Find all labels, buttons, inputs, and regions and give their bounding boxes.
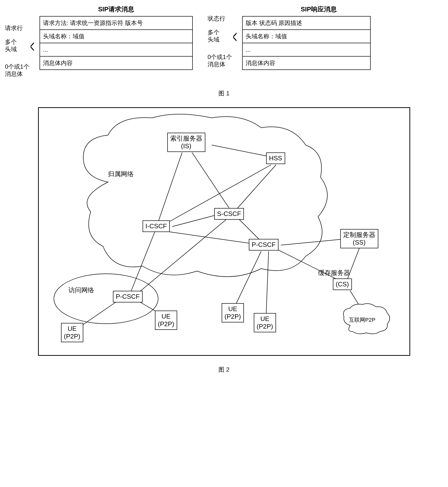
- figure-1-caption: 图 1: [5, 89, 443, 97]
- node-pcscf-visited: P-CSCF: [113, 291, 143, 302]
- visited-network-label: 访问网络: [68, 286, 94, 295]
- node-icscf: I-CSCF: [143, 220, 170, 232]
- node-ue1: UE (P2P): [61, 323, 83, 342]
- node-ss: 定制服务器 (SS): [340, 229, 378, 248]
- sip-request-block: SIP请求消息 请求行 < 多个 头域 0个或1个 消息体 SIP请求消息 请求…: [5, 5, 193, 77]
- bracket-icon: <: [233, 26, 237, 47]
- figure-1: SIP请求消息 请求行 < 多个 头域 0个或1个 消息体 SIP请求消息 请求…: [5, 5, 443, 77]
- status-line-label: 状态行: [208, 15, 242, 29]
- node-ue2: UE (P2P): [155, 311, 177, 330]
- figure-2: 归属网络 访问网络 索引服务器 (IS) HSS S-CSCF I-CSCF P…: [38, 107, 410, 356]
- sip-response-block: x 状态行 < 多个 头域 0个或1个 消息体 SIP响应消息 版本 状态码 原…: [208, 5, 395, 77]
- home-network-label: 归属网络: [108, 170, 134, 178]
- sip-response-title: SIP响应消息: [242, 5, 395, 14]
- node-ue4: UE (P2P): [254, 313, 276, 332]
- node-scscf: S-CSCF: [214, 208, 244, 220]
- sip-request-title: SIP请求消息: [40, 5, 193, 14]
- cs-label: 缓存服务器: [318, 269, 350, 277]
- bracket-icon: <: [30, 36, 34, 57]
- node-cs: (CS): [333, 278, 352, 290]
- node-hss: HSS: [266, 152, 285, 164]
- figure-2-caption: 图 2: [5, 366, 443, 374]
- node-pcscf-home: P-CSCF: [249, 239, 279, 251]
- request-table: 请求方法: 请求统一资源指示符 版本号 头域名称：域值 ... 消息体内容: [40, 16, 193, 70]
- request-line-label: 请求行: [5, 25, 40, 39]
- response-table: 版本 状态码 原因描述 头域名称：域值 ... 消息体内容: [242, 16, 371, 70]
- internet-p2p-label: 互联网P2P: [349, 316, 376, 324]
- node-is: 索引服务器 (IS): [167, 133, 205, 152]
- node-ue3: UE (P2P): [222, 303, 244, 322]
